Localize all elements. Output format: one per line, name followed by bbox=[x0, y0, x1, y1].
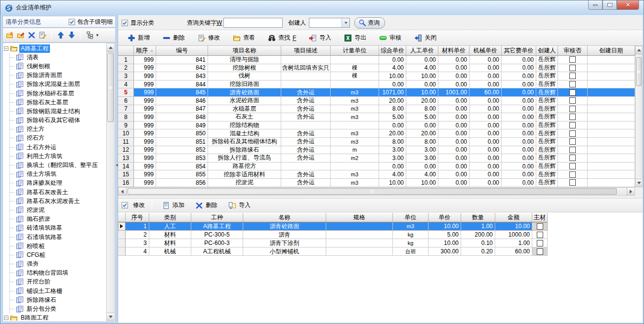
row-number-cell[interactable]: 16 bbox=[118, 179, 134, 187]
grid-cell-creator[interactable]: 岳所辉 bbox=[536, 138, 558, 146]
detail-cell-spec[interactable] bbox=[326, 231, 393, 239]
item-grid-row[interactable]: 8999848石灰土含外运m35.005.000.000.000.00岳所辉 bbox=[118, 113, 635, 122]
detail-cell-worktype[interactable]: A路基工程 bbox=[191, 222, 243, 231]
grid-cell-desc[interactable]: 含外运 bbox=[281, 154, 331, 162]
tree-leaf-item[interactable]: 路基石灰改善土 bbox=[10, 188, 106, 197]
column-header-7[interactable]: 人工单价 bbox=[406, 46, 438, 56]
grid-cell-other[interactable]: 0.00 bbox=[502, 129, 536, 138]
grid-cell-comp[interactable]: 8.00 bbox=[379, 138, 406, 146]
audited-checkbox[interactable] bbox=[569, 73, 576, 79]
column-header-4[interactable]: 项目描述 bbox=[281, 46, 331, 56]
grid-cell-other[interactable]: 0.00 bbox=[502, 138, 536, 146]
detail-cell-unit[interactable]: kg bbox=[393, 231, 429, 239]
item-grid-row[interactable]: 5999845沥青砼路面含外运m31071.0010.001001.0060.0… bbox=[118, 88, 635, 97]
detail-cell-unit[interactable]: kg bbox=[393, 239, 429, 247]
grid-cell-labor[interactable]: 3.00 bbox=[406, 154, 438, 162]
tree-leaf-label[interactable]: 土石方外运 bbox=[25, 143, 58, 152]
item-grid-row[interactable]: 6999846水泥砼路面含外运m320.0020.000.000.000.00岳… bbox=[118, 97, 635, 105]
grid-cell-date[interactable] bbox=[588, 162, 635, 171]
row-number-cell[interactable]: 7 bbox=[118, 105, 134, 114]
audited-checkbox[interactable] bbox=[569, 65, 576, 71]
detail-column-header-3[interactable]: 工种 bbox=[191, 213, 243, 222]
grid-cell-unit[interactable] bbox=[331, 81, 379, 89]
grid-cell-labor[interactable]: 10.00 bbox=[406, 179, 438, 187]
resource-grid-row[interactable]: 1人工A路基工程沥青砼路面m310.001.0010.00 bbox=[118, 222, 548, 231]
grid-cell-audited[interactable] bbox=[558, 146, 588, 155]
detail-cell-category[interactable]: 材料 bbox=[149, 239, 191, 247]
grid-cell-other[interactable]: 0.00 bbox=[502, 162, 536, 171]
grid-cell-audited[interactable] bbox=[558, 162, 588, 171]
grid-cell-mat[interactable]: 0.00 bbox=[438, 72, 470, 81]
detail-column-header-8[interactable]: 数量 bbox=[461, 213, 495, 222]
tree-leaf-item[interactable]: 利用土方填筑 bbox=[10, 152, 106, 161]
title-bar[interactable]: 企业清单维护 bbox=[0, 0, 644, 15]
audited-checkbox[interactable] bbox=[569, 138, 576, 145]
grid-cell-code[interactable]: 850 bbox=[156, 129, 208, 138]
tree-leaf-label[interactable]: 挖淤泥 bbox=[25, 206, 46, 214]
grid-cell-code[interactable]: 856 bbox=[156, 179, 208, 187]
grid-cell-date[interactable] bbox=[588, 138, 635, 146]
grid-cell-other[interactable]: 0.00 bbox=[502, 146, 536, 155]
detail-cell-category[interactable]: 材料 bbox=[149, 231, 191, 239]
grid-cell-comp[interactable]: 3.00 bbox=[379, 154, 406, 162]
tree-leaf-label[interactable]: CFG桩 bbox=[25, 251, 46, 259]
detail-cell-name[interactable]: 沥青下涂剂 bbox=[243, 239, 326, 247]
grid-cell-name[interactable]: 挖除旧路面 bbox=[208, 81, 281, 89]
grid-cell-code[interactable]: 841 bbox=[156, 56, 208, 64]
row-number-cell[interactable]: 3 bbox=[118, 72, 134, 81]
grid-cell-comp[interactable]: 0.00 bbox=[379, 122, 406, 130]
view-button[interactable]: 查看 bbox=[230, 32, 258, 43]
tree-leaf-item[interactable]: 挖淤泥 bbox=[10, 205, 106, 214]
grid-cell-mach[interactable]: 0.00 bbox=[470, 129, 502, 138]
detail-import-button[interactable]: 导入 bbox=[225, 200, 254, 211]
grid-cell-name[interactable]: 混凝土结构 bbox=[208, 129, 281, 138]
detail-delete-button[interactable]: 删除 bbox=[192, 200, 220, 211]
grid-cell-labor[interactable]: 5.00 bbox=[406, 113, 438, 122]
grid-cell-unit[interactable]: m3 bbox=[331, 88, 379, 97]
grid-cell-labor[interactable]: 0.00 bbox=[406, 81, 438, 89]
row-selector-cell[interactable] bbox=[118, 231, 126, 239]
tree-leaf-item[interactable]: 结构物台背回填 bbox=[10, 269, 106, 278]
grid-cell-unit[interactable]: m2 bbox=[331, 154, 379, 162]
row-number-cell[interactable]: 1 bbox=[118, 56, 134, 64]
grid-scroll-up-button[interactable] bbox=[636, 46, 642, 54]
tree-leaf-item[interactable]: 石渣填筑路基 bbox=[10, 233, 106, 242]
grid-cell-unit[interactable]: m3 bbox=[331, 138, 379, 146]
detail-cell-amount[interactable]: 60.00 bbox=[495, 247, 532, 256]
grid-cell-unit[interactable] bbox=[331, 162, 379, 171]
tree-leaf-item[interactable]: 路床掺灰处理 bbox=[10, 179, 106, 188]
grid-cell-seq[interactable]: 999 bbox=[134, 129, 156, 138]
audited-checkbox[interactable] bbox=[569, 97, 576, 104]
grid-cell-creator[interactable]: 岳所辉 bbox=[536, 113, 558, 122]
grid-cell-mat[interactable]: 0.00 bbox=[438, 146, 470, 155]
grid-cell-comp[interactable]: 4.00 bbox=[379, 170, 406, 179]
row-number-cell[interactable]: 12 bbox=[118, 146, 134, 155]
close-form-button[interactable]: 关闭 bbox=[411, 32, 439, 43]
grid-scroll-right-button[interactable] bbox=[627, 188, 635, 195]
tree-leaf-label[interactable]: 拆除水泥混凝土面层 bbox=[25, 80, 82, 88]
modify-button[interactable]: 修改 bbox=[195, 32, 223, 43]
item-grid-row[interactable]: 13999853拆除人行道、导流岛含外运m23.003.000.000.000.… bbox=[118, 154, 635, 162]
move-down-button[interactable] bbox=[68, 31, 76, 39]
grid-cell-unit[interactable]: m3 bbox=[331, 105, 379, 114]
grid-cell-mach[interactable]: 0.00 bbox=[470, 81, 502, 89]
row-number-cell[interactable]: 11 bbox=[118, 138, 134, 146]
import-button[interactable]: 导入 bbox=[306, 32, 334, 43]
grid-cell-unit[interactable]: m3 bbox=[331, 113, 379, 122]
detail-column-header-5[interactable]: 规格 bbox=[326, 213, 393, 222]
grid-cell-desc[interactable] bbox=[281, 56, 331, 64]
grid-cell-name[interactable]: 沥青砼路面 bbox=[208, 88, 281, 97]
grid-cell-mach[interactable]: 0.00 bbox=[470, 138, 502, 146]
row-number-cell[interactable]: 2 bbox=[118, 64, 134, 73]
grid-cell-code[interactable]: 853 bbox=[156, 154, 208, 162]
grid-cell-comp[interactable]: 1071.00 bbox=[379, 88, 406, 97]
tree-expander-icon[interactable]: − bbox=[4, 46, 8, 51]
row-number-cell[interactable]: 9 bbox=[118, 122, 134, 130]
tree-leaf-label[interactable]: 拆除路缘石 bbox=[25, 296, 58, 304]
grid-scroll-thumb[interactable] bbox=[636, 57, 642, 86]
detail-cell-spec[interactable] bbox=[326, 222, 393, 231]
grid-cell-desc[interactable]: 含外运 bbox=[281, 146, 331, 155]
grid-cell-name[interactable]: 石灰土 bbox=[208, 113, 281, 122]
grid-cell-code[interactable]: 842 bbox=[156, 64, 208, 73]
detail-column-header-9[interactable]: 金额 bbox=[495, 213, 532, 222]
